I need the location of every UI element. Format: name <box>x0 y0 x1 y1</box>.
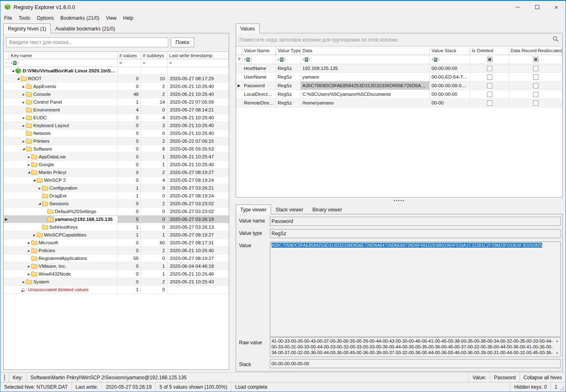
tree-row-d-vms-virtualbox-kali-linux-2020-1b-sh-[interactable]: D:\VMs\VirtualBox\Kali Linux 2020.1b\Sh.… <box>4 67 229 75</box>
tree-row-sshhostkeys[interactable]: SshHostKeys102020-05-27 03:26:13 <box>4 223 229 231</box>
scroll-down-icon[interactable]: ▼ <box>556 350 559 356</box>
menu-bookmarks[interactable]: Bookmarks (21/0) <box>57 14 103 22</box>
values-filter-deleted[interactable] <box>470 55 509 64</box>
tree-row-microsoft[interactable]: Microsoft0602020-05-27 08:17:31 <box>4 239 229 247</box>
search-button[interactable]: Поиск <box>171 37 194 47</box>
data-record-reallocated-checkbox[interactable] <box>509 99 562 107</box>
expander-icon[interactable] <box>27 171 31 174</box>
tree-row-registeredapplications[interactable]: RegisteredApplications5502020-05-27 08:1… <box>4 255 229 262</box>
tab-slack-viewer[interactable]: Slack viewer <box>271 204 308 214</box>
text-filter-icon[interactable]: ABC <box>302 58 311 62</box>
values-filter-slack[interactable]: ABC <box>430 55 470 64</box>
menu-tools[interactable]: Tools <box>15 14 33 22</box>
tree-row-winscp-2[interactable]: WinSCP 2042020-05-27 08:19:24 <box>4 176 229 184</box>
tree-row-configuration[interactable]: Configuration192020-05-27 03:26:21 <box>4 184 229 192</box>
tab-binary-viewer[interactable]: Binary viewer <box>308 204 346 214</box>
tree-row-winscpcapabilities[interactable]: WinSCPCapabilities112020-05-27 08:19:27 <box>4 231 229 239</box>
menu-options[interactable]: Options <box>33 14 57 22</box>
tree-filter-keyname[interactable]: ABC <box>9 59 118 67</box>
data-record-reallocated-checkbox[interactable] <box>509 64 562 72</box>
filter-funnel-icon[interactable] <box>4 59 9 67</box>
tree-filter-values[interactable]: = <box>118 59 141 67</box>
is-deleted-checkbox[interactable] <box>470 73 509 81</box>
expander-icon[interactable] <box>16 77 21 80</box>
is-deleted-checkbox[interactable] <box>470 81 509 90</box>
tree-row-sessions[interactable]: Sessions022020-05-27 03:23:02 <box>4 200 229 208</box>
tree-row-printers[interactable]: Printers022020-05-22 07:06:15 <box>4 137 229 145</box>
search-icon[interactable] <box>552 36 559 44</box>
values-filter-funnel-icon[interactable] <box>236 55 242 64</box>
value-row-hostname[interactable]: HostNameRegSz192.168.125.13500-00-00-00 <box>236 64 562 73</box>
value-type-field[interactable]: RegSz <box>270 229 561 238</box>
tree-row-appdatalow[interactable]: AppDataLow012020-05-21 10:25:47 <box>4 153 229 161</box>
search-input[interactable]: Введите текст для поиска... <box>6 37 168 47</box>
expander-icon[interactable] <box>21 139 26 144</box>
tree-row-network[interactable]: Network002020-05-21 10:25:40 <box>4 130 229 137</box>
expander-icon[interactable] <box>27 162 31 167</box>
tab-registry-hives[interactable]: Registry hives (1) <box>3 23 51 33</box>
expander-icon[interactable] <box>32 179 37 182</box>
expander-icon[interactable] <box>37 202 42 205</box>
values-header-is-deleted[interactable]: Is Deleted <box>470 46 509 55</box>
expander-icon[interactable] <box>21 147 26 151</box>
values-header-data[interactable]: Data <box>301 46 430 55</box>
expander-icon[interactable] <box>37 186 42 191</box>
tree-row-wow6432node[interactable]: Wow6432Node012020-05-21 10:25:46 <box>4 270 229 278</box>
values-header-value-type[interactable]: Value Type <box>276 46 301 55</box>
tab-available-bookmarks[interactable]: Available bookmarks (21/0) <box>51 23 119 33</box>
values-header-data-record-reallocated[interactable]: Data Record Reallocated <box>509 46 562 55</box>
tree-row-martin-prikryl[interactable]: Martin Prikryl022020-05-27 08:19:27 <box>4 169 229 176</box>
expander-icon[interactable] <box>27 271 31 277</box>
value-name-field[interactable]: Password <box>270 217 561 226</box>
tree-header-lastwrite[interactable]: Last write timestamp <box>167 52 229 59</box>
maximize-button[interactable] <box>527 1 547 13</box>
tree-row-control-panel[interactable]: Control Panel1142020-05-22 07:05:09 <box>4 98 229 106</box>
tree-row-appevents[interactable]: AppEvents022020-05-21 10:25:40 <box>4 83 229 90</box>
tree-row-root[interactable]: ROOT0102020-05-27 08:17:29 <box>4 75 229 83</box>
values-filter-realloc[interactable] <box>509 55 562 64</box>
text-filter-icon[interactable]: ABC <box>278 58 286 62</box>
expander-icon[interactable] <box>32 232 37 238</box>
tree-filter-subkeys[interactable]: = <box>141 59 167 67</box>
value-row-localdirectory[interactable]: LocalDirectoryRegSzC:%5CUsers%5Cyamano%5… <box>236 90 562 99</box>
key-checkbox[interactable] <box>4 375 5 380</box>
expander-icon[interactable] <box>11 69 15 72</box>
expander-icon[interactable] <box>27 248 31 253</box>
menu-help[interactable]: Help <box>120 14 137 22</box>
text-filter-icon[interactable]: ABC <box>11 61 19 65</box>
is-deleted-checkbox[interactable] <box>470 64 509 72</box>
text-filter-icon[interactable]: ABC <box>431 58 440 62</box>
menu-file[interactable]: File <box>1 14 15 22</box>
tree-row-software[interactable]: Software082020-06-05 09:35:53 <box>4 145 229 153</box>
tab-type-viewer[interactable]: Type viewer <box>236 204 271 214</box>
tree-row-eudc[interactable]: EUDC042020-05-21 10:25:40 <box>4 114 229 122</box>
data-record-reallocated-checkbox[interactable] <box>509 81 562 90</box>
resize-grip[interactable] <box>560 386 565 391</box>
menu-view[interactable]: View <box>102 14 120 22</box>
minimize-button[interactable] <box>508 1 527 13</box>
values-filter-type[interactable]: ABC <box>276 55 301 64</box>
collapse-all-hives-button[interactable]: Collapse all hives <box>520 373 566 382</box>
tree-row-unassociated-deleted-values[interactable]: Unassociated deleted values10 <box>4 286 229 294</box>
data-record-reallocated-checkbox[interactable] <box>509 90 562 98</box>
expander-icon[interactable] <box>21 92 26 97</box>
expander-icon[interactable] <box>21 84 26 89</box>
tree-header-values[interactable]: # values <box>118 52 141 59</box>
tab-values[interactable]: Values <box>236 23 260 33</box>
text-filter-icon[interactable]: ABC <box>244 58 252 62</box>
values-filter-name[interactable]: ABC <box>242 55 276 64</box>
tree-row-dragext[interactable]: DragExt102020-05-27 08:19:24 <box>4 192 229 200</box>
values-header-value-slack[interactable]: Value Slack <box>430 46 470 55</box>
tree-row-keyboard-layout[interactable]: Keyboard Layout032020-05-21 10:25:40 <box>4 122 229 130</box>
expander-icon[interactable] <box>21 279 26 285</box>
close-button[interactable]: × <box>547 1 566 13</box>
expander-icon[interactable] <box>21 115 26 121</box>
is-deleted-checkbox[interactable] <box>470 90 509 98</box>
scroll-up-icon[interactable]: ▲ <box>556 338 559 344</box>
tree-row-environment[interactable]: Environment402020-05-27 08:14:21 <box>4 106 229 114</box>
tree-row-policies[interactable]: Policies022020-05-21 10:25:40 <box>4 247 229 255</box>
slack-field[interactable]: 00-00-00-00-00-00 <box>270 359 561 368</box>
tree-header-keyname[interactable]: Key name <box>9 52 118 59</box>
tree-row-google[interactable]: Google012020-05-21 10:25:40 <box>4 161 229 169</box>
values-filter-data[interactable]: ABC <box>301 55 430 64</box>
